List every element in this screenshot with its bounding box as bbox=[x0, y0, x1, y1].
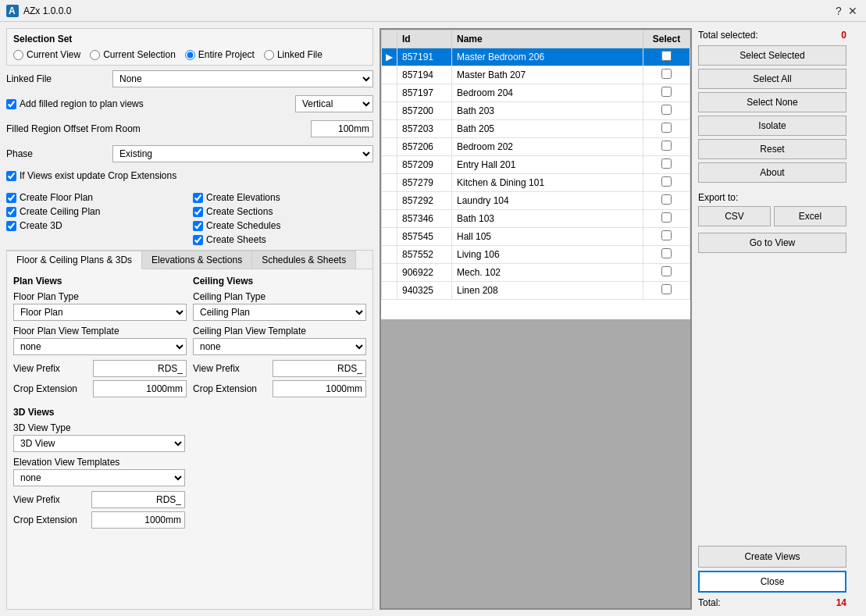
elevation-template-select[interactable]: none bbox=[13, 469, 185, 486]
row-select-cell[interactable] bbox=[643, 102, 690, 120]
filled-region-check[interactable]: Add filled region to plan views bbox=[6, 98, 144, 109]
create-sections-checkbox[interactable] bbox=[193, 207, 203, 217]
row-select-checkbox[interactable] bbox=[661, 105, 672, 115]
create-ceiling-plan-checkbox[interactable] bbox=[6, 207, 16, 217]
table-row[interactable]: 857552Living 106 bbox=[382, 246, 690, 264]
radio-linked-file[interactable]: Linked File bbox=[264, 49, 323, 60]
row-select-checkbox[interactable] bbox=[661, 176, 672, 187]
tab-elevations[interactable]: Elevations & Sections bbox=[142, 251, 252, 269]
phase-select[interactable]: Existing New Construction bbox=[112, 145, 373, 162]
row-select-cell[interactable] bbox=[643, 120, 690, 138]
tab-floor-ceiling[interactable]: Floor & Ceiling Plans & 3Ds bbox=[7, 251, 142, 269]
radio-current-selection-input[interactable] bbox=[90, 50, 100, 60]
create-elevations-checkbox[interactable] bbox=[193, 193, 203, 203]
table-container[interactable]: Id Name Select ▶857191Master Bedroom 206… bbox=[381, 30, 690, 319]
row-select-checkbox[interactable] bbox=[661, 69, 672, 79]
excel-button[interactable]: Excel bbox=[774, 206, 846, 226]
help-button[interactable]: ? bbox=[832, 4, 846, 18]
row-select-cell[interactable] bbox=[643, 192, 690, 210]
create-sheets-check[interactable]: Create Sheets bbox=[193, 234, 373, 245]
table-row[interactable]: 940325Linen 208 bbox=[382, 282, 690, 300]
create-elevations-check[interactable]: Create Elevations bbox=[193, 192, 373, 203]
row-select-checkbox[interactable] bbox=[661, 248, 672, 258]
row-select-cell[interactable] bbox=[643, 174, 690, 192]
3d-crop-input[interactable] bbox=[91, 511, 185, 529]
table-row[interactable]: 857279Kitchen & Dining 101 bbox=[382, 174, 690, 192]
floor-plan-type-select[interactable]: Floor Plan bbox=[13, 304, 187, 321]
radio-linked-file-input[interactable] bbox=[264, 50, 274, 60]
table-row[interactable]: 857194Master Bath 207 bbox=[382, 66, 690, 84]
table-row[interactable]: 857203Bath 205 bbox=[382, 120, 690, 138]
table-row[interactable]: ▶857191Master Bedroom 206 bbox=[382, 48, 690, 66]
row-select-cell[interactable] bbox=[643, 156, 690, 174]
select-none-button[interactable]: Select None bbox=[698, 92, 846, 112]
table-row[interactable]: 857209Entry Hall 201 bbox=[382, 156, 690, 174]
table-row[interactable]: 906922Mech. 102 bbox=[382, 264, 690, 282]
table-row[interactable]: 857545Hall 105 bbox=[382, 228, 690, 246]
row-select-cell[interactable] bbox=[643, 264, 690, 282]
reset-button[interactable]: Reset bbox=[698, 139, 846, 159]
row-select-cell[interactable] bbox=[643, 66, 690, 84]
radio-current-view[interactable]: Current View bbox=[13, 49, 80, 60]
row-select-checkbox[interactable] bbox=[661, 87, 672, 97]
create-sheets-checkbox[interactable] bbox=[193, 235, 203, 245]
create-3d-check[interactable]: Create 3D bbox=[6, 220, 187, 231]
row-select-checkbox[interactable] bbox=[661, 230, 672, 240]
create-floor-plan-check[interactable]: Create Floor Plan bbox=[6, 192, 187, 203]
table-row[interactable]: 857206Bedroom 202 bbox=[382, 138, 690, 156]
row-select-checkbox[interactable] bbox=[661, 123, 672, 133]
3d-view-type-select[interactable]: 3D View bbox=[13, 435, 185, 452]
table-row[interactable]: 857200Bath 203 bbox=[382, 102, 690, 120]
create-3d-checkbox[interactable] bbox=[6, 221, 16, 231]
close-button[interactable]: Close bbox=[698, 571, 846, 593]
offset-input[interactable] bbox=[311, 120, 373, 137]
floor-prefix-input[interactable] bbox=[93, 360, 187, 377]
create-schedules-check[interactable]: Create Schedules bbox=[193, 220, 373, 231]
ceiling-crop-input[interactable] bbox=[273, 380, 366, 397]
select-selected-button[interactable]: Select Selected bbox=[698, 45, 846, 66]
row-select-cell[interactable] bbox=[643, 228, 690, 246]
create-floor-plan-checkbox[interactable] bbox=[6, 193, 16, 203]
floor-crop-input[interactable] bbox=[93, 380, 187, 397]
about-button[interactable]: About bbox=[698, 162, 846, 183]
row-select-cell[interactable] bbox=[643, 138, 690, 156]
row-select-checkbox[interactable] bbox=[661, 51, 672, 61]
create-sections-check[interactable]: Create Sections bbox=[193, 206, 373, 217]
if-views-exist-check[interactable]: If Views exist update Crop Extensions bbox=[6, 170, 176, 181]
radio-entire-project-input[interactable] bbox=[185, 50, 195, 60]
if-views-exist-checkbox[interactable] bbox=[6, 171, 16, 181]
row-select-cell[interactable] bbox=[643, 210, 690, 228]
row-select-cell[interactable] bbox=[643, 48, 690, 66]
filled-region-orientation[interactable]: Vertical Horizontal bbox=[295, 95, 373, 112]
ceiling-plan-template-select[interactable]: none bbox=[193, 338, 366, 355]
filled-region-checkbox[interactable] bbox=[6, 99, 16, 109]
linked-file-select[interactable]: None bbox=[112, 70, 373, 87]
select-all-button[interactable]: Select All bbox=[698, 69, 846, 89]
isolate-button[interactable]: Isolate bbox=[698, 116, 846, 136]
row-select-checkbox[interactable] bbox=[661, 284, 672, 294]
row-select-checkbox[interactable] bbox=[661, 158, 672, 169]
row-select-checkbox[interactable] bbox=[661, 194, 672, 205]
row-select-cell[interactable] bbox=[643, 282, 690, 300]
ceiling-plan-type-select[interactable]: Ceiling Plan bbox=[193, 304, 366, 321]
table-row[interactable]: 857292Laundry 104 bbox=[382, 192, 690, 210]
tab-schedules[interactable]: Schedules & Sheets bbox=[252, 251, 356, 269]
row-select-checkbox[interactable] bbox=[661, 141, 672, 151]
create-ceiling-plan-check[interactable]: Create Ceiling Plan bbox=[6, 206, 187, 217]
3d-prefix-input[interactable] bbox=[91, 491, 185, 508]
csv-button[interactable]: CSV bbox=[698, 206, 771, 226]
close-title-button[interactable]: ✕ bbox=[846, 4, 860, 18]
table-row[interactable]: 857197Bedroom 204 bbox=[382, 84, 690, 102]
row-select-checkbox[interactable] bbox=[661, 212, 672, 223]
create-schedules-checkbox[interactable] bbox=[193, 221, 203, 231]
go-to-view-button[interactable]: Go to View bbox=[698, 233, 846, 253]
row-select-cell[interactable] bbox=[643, 246, 690, 264]
radio-entire-project[interactable]: Entire Project bbox=[185, 49, 255, 60]
create-views-button[interactable]: Create Views bbox=[698, 546, 846, 568]
radio-current-view-input[interactable] bbox=[13, 50, 23, 60]
ceiling-prefix-input[interactable] bbox=[273, 360, 366, 377]
floor-plan-template-select[interactable]: none bbox=[13, 338, 187, 355]
table-row[interactable]: 857346Bath 103 bbox=[382, 210, 690, 228]
row-select-checkbox[interactable] bbox=[661, 266, 672, 276]
radio-current-selection[interactable]: Current Selection bbox=[90, 49, 176, 60]
